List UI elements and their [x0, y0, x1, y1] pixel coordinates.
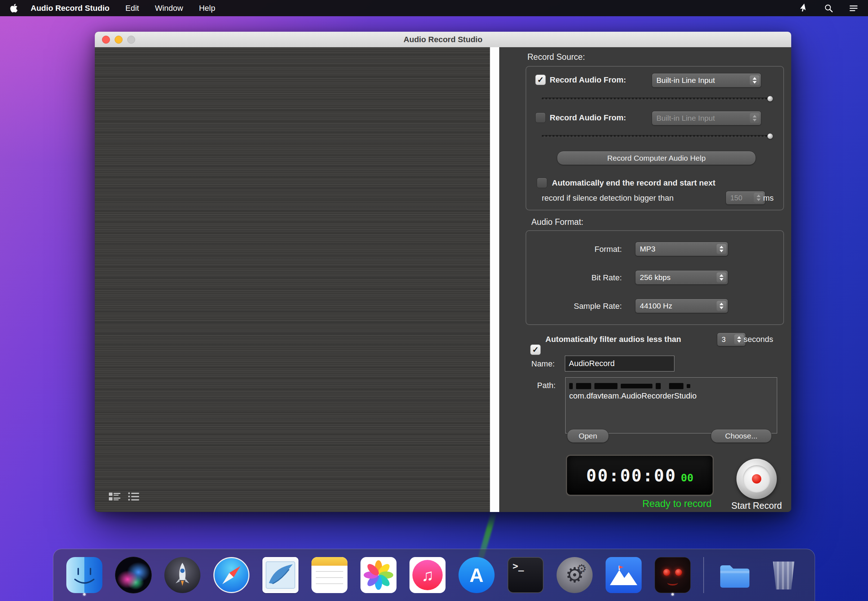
format-dropdown[interactable]: MP3 — [635, 242, 728, 256]
trash-icon — [766, 557, 802, 593]
silence-threshold-dropdown[interactable]: 150 — [726, 191, 765, 204]
auto-end-checkbox[interactable] — [537, 178, 547, 188]
mail-icon — [263, 557, 298, 593]
grid-view-icon[interactable] — [108, 492, 121, 503]
record-dot-icon — [752, 474, 761, 484]
stepper-arrows-icon — [750, 75, 760, 85]
safari-icon — [213, 557, 249, 593]
list-view-icon[interactable] — [128, 492, 139, 503]
zoom-button[interactable] — [127, 36, 135, 44]
finder-icon — [66, 557, 102, 593]
bit-rate-dropdown[interactable]: 256 kbps — [635, 270, 728, 285]
dock-item-audio-record-studio[interactable] — [654, 554, 691, 596]
window-title: Audio Record Studio — [404, 35, 483, 44]
sample-rate-dropdown[interactable]: 44100 Hz — [635, 299, 728, 313]
apple-icon — [9, 4, 18, 12]
auto-end-label-line2: record if silence detection bigger than — [542, 194, 674, 203]
dock-item-notes[interactable] — [311, 554, 348, 596]
path-box[interactable]: com.dfavteam.AudioRecorderStudio — [565, 377, 777, 433]
dock-item-finder[interactable] — [66, 554, 103, 596]
menubar-app-name[interactable]: Audio Record Studio — [31, 4, 110, 13]
dock-item-launchpad[interactable] — [164, 554, 201, 596]
dock-item-safari[interactable] — [213, 554, 250, 596]
timer-time: 00:00:00 — [586, 465, 676, 485]
name-input[interactable]: AudioRecord — [565, 355, 674, 371]
audio-record-studio-icon — [655, 557, 691, 593]
photos-icon — [361, 557, 396, 593]
dock-separator — [703, 557, 704, 593]
notes-icon — [312, 557, 347, 593]
red-mouth-icon — [667, 580, 678, 586]
menu-bar: Audio Record Studio Edit Window Help — [0, 0, 868, 16]
dock-item-folder[interactable] — [716, 554, 753, 596]
list-icon[interactable] — [848, 4, 859, 13]
name-label: Name: — [531, 359, 555, 369]
dock-item-photos[interactable] — [360, 554, 397, 596]
menu-edit[interactable]: Edit — [125, 4, 139, 13]
auto-filter-checkbox[interactable] — [530, 345, 541, 355]
dock-item-developer-app[interactable] — [605, 554, 642, 596]
record-source-2-dropdown[interactable]: Built-in Line Input — [652, 111, 761, 125]
bit-rate-label: Bit Rate: — [535, 273, 622, 282]
dock-item-app-store[interactable]: A — [458, 554, 495, 596]
dock-item-siri[interactable] — [115, 554, 152, 596]
record-source-1-checkbox[interactable] — [535, 75, 546, 85]
menu-help[interactable]: Help — [199, 4, 215, 13]
start-record-label: Start Record — [720, 500, 791, 511]
stepper-arrows-icon — [717, 272, 726, 282]
audio-format-section-label: Audio Format: — [531, 217, 583, 227]
auto-end-unit: ms — [763, 194, 773, 203]
slider-knob[interactable] — [767, 96, 773, 101]
terminal-icon: >_ — [507, 557, 544, 593]
minimize-button[interactable] — [115, 36, 122, 44]
traffic-lights — [102, 32, 135, 47]
dock-item-utility[interactable]: ⚙⚙ — [556, 554, 593, 596]
music-note-icon: ♫ — [413, 560, 443, 590]
stepper-arrows-icon — [754, 193, 764, 203]
window-content: Record Source: Record Audio From: Built-… — [95, 47, 791, 512]
red-eye-icon — [663, 569, 670, 576]
record-source-section-label: Record Source: — [527, 52, 585, 62]
path-visible-text: com.dfavteam.AudioRecorderStudio — [569, 390, 773, 402]
search-icon[interactable] — [824, 4, 833, 13]
record-source-1-level-slider[interactable] — [542, 98, 771, 99]
format-label: Format: — [535, 245, 622, 254]
record-button-inner — [743, 465, 770, 493]
slider-knob[interactable] — [767, 133, 773, 139]
pointer-icon[interactable] — [799, 4, 809, 13]
record-source-1-dropdown[interactable]: Built-in Line Input — [652, 73, 761, 88]
close-button[interactable] — [102, 36, 110, 44]
start-record-button[interactable] — [737, 459, 777, 499]
record-source-2-level-slider[interactable] — [542, 135, 771, 137]
running-indicator — [672, 593, 674, 596]
menu-window[interactable]: Window — [155, 4, 183, 13]
running-indicator — [83, 593, 86, 596]
app-store-icon: A — [458, 557, 495, 593]
choose-button[interactable]: Choose... — [711, 429, 772, 443]
recordings-list-area[interactable] — [95, 47, 490, 512]
open-button[interactable]: Open — [567, 429, 609, 443]
record-source-2-checkbox[interactable] — [535, 113, 546, 123]
stepper-arrows-icon — [717, 301, 726, 311]
music-icon: ♫ — [410, 557, 446, 593]
launchpad-icon — [164, 557, 200, 593]
path-label: Path: — [537, 381, 555, 390]
record-source-2-label: Record Audio From: — [550, 113, 626, 122]
apple-menu[interactable] — [9, 4, 18, 12]
record-computer-audio-help-button[interactable]: Record Computer Audio Help — [557, 151, 756, 165]
vertical-scrollbar[interactable] — [490, 47, 500, 512]
screen: Audio Record Studio Edit Window Help Aud… — [0, 0, 868, 601]
siri-icon — [115, 557, 152, 593]
window-title-bar[interactable]: Audio Record Studio — [95, 32, 791, 47]
folder-icon — [717, 557, 753, 593]
dock-item-terminal[interactable]: >_ — [507, 554, 544, 596]
filter-seconds-dropdown[interactable]: 3 — [717, 333, 746, 346]
auto-filter-unit: seconds — [744, 335, 773, 344]
control-panel: Record Source: Record Audio From: Built-… — [499, 47, 791, 512]
dock-item-mail[interactable] — [262, 554, 299, 596]
stepper-arrows-icon — [750, 113, 760, 123]
sample-rate-label: Sample Rate: — [535, 302, 622, 311]
dock-item-music[interactable]: ♫ — [409, 554, 446, 596]
view-toggles — [108, 492, 139, 503]
dock-item-trash[interactable] — [765, 554, 802, 596]
